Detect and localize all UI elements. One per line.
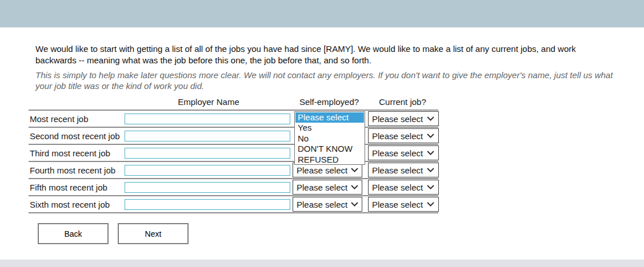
- employer-name-input-3[interactable]: [125, 148, 290, 159]
- table-row-third: Third most recent job Please select: [29, 145, 438, 162]
- intro-paragraph: We would like to start with getting a li…: [35, 43, 616, 66]
- listbox-option-yes[interactable]: Yes: [295, 123, 364, 133]
- employer-name-input-4[interactable]: [125, 165, 290, 176]
- self-employed-listbox-open: Please select Yes No DON'T KNOW REFUSED: [294, 111, 365, 165]
- job-history-table: Employer Name Self-employed? Current job…: [29, 97, 438, 213]
- current-job-select-1[interactable]: Please select: [368, 111, 439, 126]
- chevron-down-icon: [427, 134, 434, 138]
- column-header-self-employed: Self-employed?: [293, 97, 366, 107]
- table-row-sixth: Sixth most recent job Please select Plea…: [29, 196, 438, 213]
- table-row-fourth: Fourth most recent job Please select Ple…: [29, 162, 438, 179]
- chevron-down-icon: [351, 168, 358, 172]
- table-row-most-recent: Most recent job Please select: [29, 111, 438, 128]
- employer-name-input-1[interactable]: [125, 114, 290, 124]
- chevron-down-icon: [351, 185, 358, 189]
- employer-name-input-5[interactable]: [125, 182, 290, 193]
- self-employed-select-6[interactable]: Please select: [293, 197, 362, 212]
- header-bar: [0, 0, 644, 27]
- back-button[interactable]: Back: [38, 223, 109, 244]
- select-value: Please select: [372, 165, 423, 175]
- select-value: Please select: [297, 200, 347, 209]
- chevron-down-icon: [427, 151, 434, 155]
- listbox-option-please-select[interactable]: Please select: [295, 112, 364, 123]
- chevron-down-icon: [427, 202, 434, 207]
- select-value: Please select: [297, 165, 347, 175]
- current-job-select-5[interactable]: Please select: [368, 180, 439, 195]
- navigation-buttons: Back Next: [38, 223, 189, 244]
- table-header-row: Employer Name Self-employed? Current job…: [29, 97, 438, 110]
- row-label: Sixth most recent job: [29, 200, 125, 209]
- select-value: Please select: [372, 183, 423, 192]
- chevron-down-icon: [427, 185, 434, 189]
- chevron-down-icon: [351, 202, 358, 207]
- next-button[interactable]: Next: [118, 223, 189, 244]
- current-job-select-2[interactable]: Please select: [368, 128, 439, 143]
- row-label: Fourth most recent job: [29, 165, 125, 175]
- row-label: Most recent job: [29, 114, 125, 124]
- column-header-employer-name: Employer Name: [125, 97, 292, 107]
- row-label: Second most recent job: [29, 131, 125, 141]
- table-row-fifth: Fifth most recent job Please select Plea…: [29, 179, 438, 196]
- current-job-select-3[interactable]: Please select: [368, 145, 439, 160]
- select-value: Please select: [372, 148, 423, 158]
- select-value: Please select: [372, 131, 423, 141]
- select-value: Please select: [372, 200, 423, 209]
- self-employed-select-5[interactable]: Please select: [293, 180, 362, 195]
- row-label: Third most recent job: [29, 148, 125, 158]
- employer-name-input-2[interactable]: [125, 131, 290, 141]
- footer-bar: [0, 260, 644, 267]
- current-job-select-6[interactable]: Please select: [368, 197, 439, 212]
- select-value: Please select: [372, 114, 423, 124]
- column-header-current-job: Current job?: [367, 97, 438, 107]
- listbox-option-refused[interactable]: REFUSED: [295, 155, 364, 165]
- employer-name-input-6[interactable]: [125, 199, 290, 210]
- table-row-second: Second most recent job Please select: [29, 128, 438, 145]
- row-label: Fifth most recent job: [29, 183, 125, 192]
- chevron-down-icon: [427, 168, 434, 172]
- table-rows: Most recent job Please select Second mos…: [29, 110, 438, 213]
- intro-note: This is simply to help make later questi…: [35, 70, 621, 91]
- listbox-option-dont-know[interactable]: DON'T KNOW: [295, 144, 364, 154]
- select-value: Please select: [297, 183, 347, 192]
- listbox-option-no[interactable]: No: [295, 134, 364, 144]
- chevron-down-icon: [427, 116, 434, 121]
- current-job-select-4[interactable]: Please select: [368, 163, 439, 177]
